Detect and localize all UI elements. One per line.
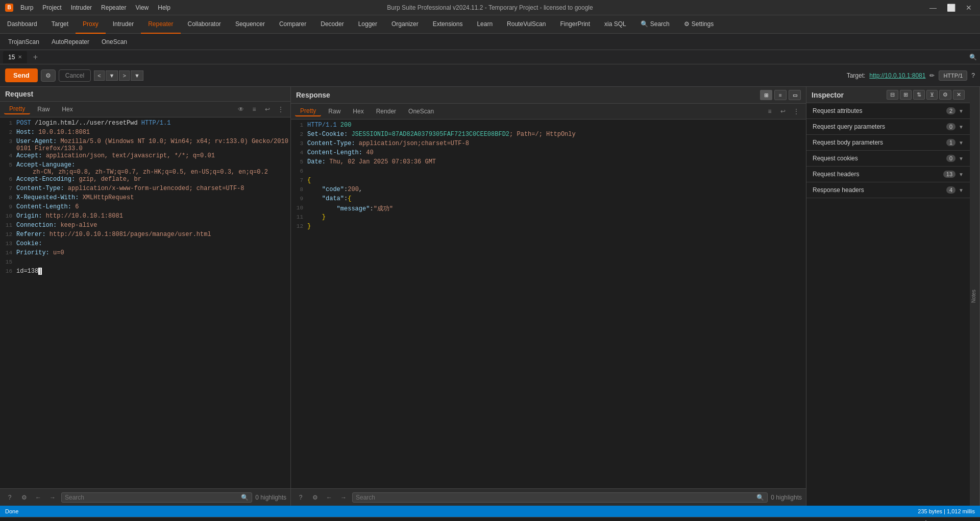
nav-collaborator[interactable]: Collaborator (181, 15, 228, 34)
response-view-list[interactable]: ≡ (774, 90, 787, 100)
response-help-icon[interactable]: ? (295, 492, 306, 503)
tab-bar: 15 ✕ + 🔍 (0, 50, 980, 64)
request-back-icon[interactable]: ← (33, 492, 44, 503)
add-tab-button[interactable]: + (29, 51, 41, 63)
http-help-icon[interactable]: ? (971, 72, 975, 79)
tab-request-hex[interactable]: Hex (57, 105, 78, 114)
response-view-compact[interactable]: ▭ (789, 90, 801, 100)
menu-view[interactable]: View (131, 3, 153, 12)
status-bar-right: 235 bytes | 1,012 millis (918, 508, 975, 514)
tab-response-render[interactable]: Render (371, 107, 401, 116)
nav-settings[interactable]: ⚙Settings (677, 15, 721, 34)
inspector-section-header-5[interactable]: Request headers 13 ▼ (806, 167, 970, 182)
nav-target[interactable]: Target (44, 15, 76, 34)
tab-response-onescan[interactable]: OneScan (403, 107, 439, 116)
badge-response-headers: 4 (946, 186, 955, 194)
request-hide-icon[interactable]: 👁 (235, 104, 247, 115)
http-version-selector[interactable]: HTTP/1 (939, 70, 967, 81)
nav-dashboard[interactable]: Dashboard (0, 15, 44, 34)
nav-routevulscan[interactable]: RouteVulScan (500, 15, 553, 34)
tab-15[interactable]: 15 ✕ (3, 51, 27, 63)
inspector-panel: Inspector ⊟ ⊞ ⇅ ⊻ ⚙ ✕ Request attributes… (806, 87, 970, 506)
response-back-icon[interactable]: ← (324, 492, 335, 503)
next-dropdown[interactable]: ▼ (131, 70, 143, 81)
nav-logger[interactable]: Logger (351, 15, 384, 34)
inspector-sort[interactable]: ⇅ (913, 90, 925, 100)
close-button[interactable]: ✕ (963, 3, 975, 13)
request-help-icon[interactable]: ? (4, 492, 15, 503)
request-wrap-icon[interactable]: ↩ (262, 104, 273, 115)
tab-response-raw[interactable]: Raw (323, 107, 346, 116)
prev-button[interactable]: < (94, 70, 104, 81)
request-settings-icon[interactable]: ⚙ (18, 492, 30, 503)
menu-repeater[interactable]: Repeater (97, 3, 130, 12)
response-search-input[interactable] (356, 494, 754, 501)
tab-request-pretty[interactable]: Pretty (4, 104, 30, 114)
inspector-section-header-2[interactable]: Request query parameters 0 ▼ (806, 119, 970, 134)
response-forward-icon[interactable]: → (338, 492, 349, 503)
request-line-11: 11 Connection: keep-alive (0, 222, 290, 231)
nav-trojanscan[interactable]: TrojanScan (3, 35, 44, 49)
tab-response-hex[interactable]: Hex (348, 107, 369, 116)
nav-comparer[interactable]: Comparer (272, 15, 313, 34)
inspector-view-2[interactable]: ⊞ (900, 90, 912, 100)
menu-help[interactable]: Help (154, 3, 175, 12)
response-line-11: 11 } (291, 214, 806, 223)
nav-fingerprint[interactable]: FingerPrint (553, 15, 597, 34)
response-code-area[interactable]: 1 HTTP/1.1 200 2 Set-Cookie: JSESSIONID=… (291, 120, 806, 488)
nav-decoder[interactable]: Decoder (313, 15, 351, 34)
request-forward-icon[interactable]: → (47, 492, 58, 503)
tab-search-icon[interactable]: 🔍 (969, 54, 977, 61)
target-url[interactable]: http://10.0.10.1:8081 (869, 72, 925, 79)
nav-learn[interactable]: Learn (470, 15, 500, 34)
menu-burp[interactable]: Burp (16, 3, 37, 12)
tab-request-raw[interactable]: Raw (32, 105, 55, 114)
inspector-section-header-3[interactable]: Request body parameters 1 ▼ (806, 135, 970, 150)
cancel-button[interactable]: Cancel (59, 69, 91, 82)
request-code-area[interactable]: 1 POST /login.html/../user/resetPwd HTTP… (0, 117, 290, 488)
nav-extensions[interactable]: Extensions (426, 15, 470, 34)
nav-xiasql[interactable]: xia SQL (597, 15, 633, 34)
next-button[interactable]: > (119, 70, 129, 81)
minimize-button[interactable]: — (926, 3, 940, 13)
maximize-button[interactable]: ⬜ (944, 3, 959, 13)
nav-intruder[interactable]: Intruder (106, 15, 141, 34)
nav-sequencer[interactable]: Sequencer (228, 15, 272, 34)
response-settings-icon[interactable]: ⚙ (309, 492, 321, 503)
menu-project[interactable]: Project (38, 3, 65, 12)
edit-target-icon[interactable]: ✏ (929, 72, 935, 79)
inspector-close[interactable]: ✕ (953, 90, 965, 100)
settings-gear-button[interactable]: ⚙ (41, 69, 56, 82)
badge-query-params: 0 (946, 123, 955, 130)
response-view-split[interactable]: ⊞ (760, 90, 772, 100)
response-wrap-icon[interactable]: ↩ (777, 106, 789, 117)
request-pretty-icon[interactable]: ≡ (249, 104, 260, 115)
nav-proxy[interactable]: Proxy (76, 15, 106, 34)
response-pretty-icon[interactable]: ≡ (764, 106, 775, 117)
notes-label: Notes (971, 290, 976, 303)
tab-response-pretty[interactable]: Pretty (295, 106, 321, 116)
menu-intruder[interactable]: Intruder (67, 3, 96, 12)
tab-close-icon[interactable]: ✕ (18, 54, 22, 60)
inspector-filter[interactable]: ⊻ (926, 90, 938, 100)
nav-repeater[interactable]: Repeater (141, 15, 180, 34)
request-search-input[interactable] (65, 494, 239, 501)
send-button[interactable]: Send (5, 68, 38, 82)
prev-dropdown[interactable]: ▼ (106, 70, 118, 81)
inspector-section-header-4[interactable]: Request cookies 0 ▼ (806, 151, 970, 166)
nav-onescan[interactable]: OneScan (96, 35, 132, 49)
inspector-view-1[interactable]: ⊟ (887, 90, 898, 100)
nav-autorepeater[interactable]: AutoRepeater (46, 35, 94, 49)
nav-organizer[interactable]: Organizer (384, 15, 426, 34)
nav-search[interactable]: 🔍Search (633, 15, 677, 34)
inspector-section-response-headers: Response headers 4 ▼ (806, 182, 970, 198)
inspector-section-header-6[interactable]: Response headers 4 ▼ (806, 182, 970, 198)
target-info: Target: http://10.0.10.1:8081 ✏ HTTP/1 ? (847, 70, 975, 81)
inspector-settings[interactable]: ⚙ (939, 90, 951, 100)
notes-panel[interactable]: Notes (970, 87, 980, 506)
response-more-icon[interactable]: ⋮ (791, 106, 802, 117)
request-line-12: 12 Referer: http://10.0.10.1:8081/pages/… (0, 231, 290, 240)
request-more-icon[interactable]: ⋮ (275, 104, 286, 115)
inspector-section-header-1[interactable]: Request attributes 2 ▼ (806, 103, 970, 119)
inspector-section-request-attributes: Request attributes 2 ▼ (806, 103, 970, 119)
